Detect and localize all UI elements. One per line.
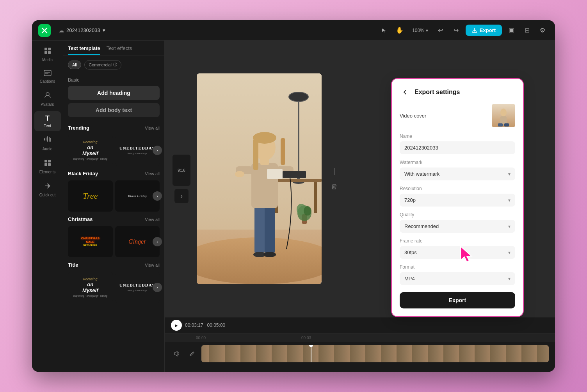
trash-icon xyxy=(331,184,337,190)
sidebar-item-label: Audio xyxy=(43,147,53,151)
svg-rect-22 xyxy=(254,206,265,253)
canvas-background xyxy=(197,73,322,284)
play-button[interactable]: ▶ xyxy=(171,320,182,331)
title-more-button[interactable]: › xyxy=(153,283,162,292)
blackfriday-more-button[interactable]: › xyxy=(153,191,162,201)
video-cover-label: Video cover xyxy=(400,113,426,119)
quality-label: Quality xyxy=(400,212,515,217)
settings-button[interactable]: ⚙ xyxy=(536,24,549,37)
layers-button[interactable]: ▣ xyxy=(505,24,518,37)
trending-label: Trending xyxy=(68,125,89,131)
watermark-label: Watermark xyxy=(400,160,515,165)
current-time: 00:03:17 | 00:05:00 xyxy=(185,323,225,328)
christmas-template-grid: CHRISTMAS SALE NEW OFFER Ginger › xyxy=(68,226,160,257)
video-cover-section: Video cover xyxy=(400,104,515,127)
aspect-panel: 9:16 ♪ xyxy=(173,155,190,203)
hand-tool-button[interactable]: ✋ xyxy=(393,24,406,37)
sidebar-item-captions[interactable]: Captions xyxy=(34,67,61,87)
sidebar-item-avatars[interactable]: Avatars xyxy=(34,88,61,110)
timeline-track-area: 00:00 00:03 xyxy=(165,333,555,372)
total-time-value: 00:05:00 xyxy=(207,323,226,328)
christmas-view-all-button[interactable]: View all xyxy=(145,217,160,222)
export-button[interactable]: Export xyxy=(466,25,502,36)
chevron-down-icon: ▾ xyxy=(426,28,428,33)
aspect-card-916[interactable]: 9:16 xyxy=(173,155,190,186)
quality-select[interactable]: Recommended High Low xyxy=(400,220,515,233)
timeline-top: ▶ 00:03:17 | 00:05:00 xyxy=(165,317,555,333)
trending-section-header: Trending View all xyxy=(68,125,160,131)
avatars-icon xyxy=(44,91,52,101)
tab-text-effects[interactable]: Text effects xyxy=(107,45,132,55)
playhead-circle xyxy=(309,345,313,347)
sidebar-item-quickcut[interactable]: Quick cut xyxy=(34,179,61,200)
edit-track-button[interactable] xyxy=(186,347,198,360)
canvas-right-controls: | xyxy=(328,165,340,193)
file-name-label: 202412302033 xyxy=(66,27,100,33)
sidebar-item-media[interactable]: Media xyxy=(34,44,61,65)
template-card-christmas[interactable]: CHRISTMAS SALE NEW OFFER xyxy=(68,226,113,257)
redo-button[interactable]: ↪ xyxy=(450,24,462,37)
export-submit-button[interactable]: Export xyxy=(400,292,515,308)
name-input[interactable] xyxy=(400,141,515,154)
framerate-label: Frame rate xyxy=(400,238,515,244)
pointer-tool-button[interactable] xyxy=(378,24,390,37)
watermark-select-wrapper: With watermark Without watermark ▾ xyxy=(400,167,515,180)
media-icon xyxy=(44,47,52,57)
template-card-tree[interactable]: Tree xyxy=(68,180,113,212)
volume-button[interactable] xyxy=(171,347,183,360)
format-select[interactable]: MP4 MOV GIF xyxy=(400,272,515,285)
text-panel: Text template Text effects All Commercia… xyxy=(63,41,165,372)
undo-button[interactable]: ↩ xyxy=(434,24,447,37)
resolution-label: Resolution xyxy=(400,186,515,191)
video-track-strip[interactable] xyxy=(201,345,549,362)
template-card-focusing[interactable]: Focusing on Myself exploring · shopping … xyxy=(68,135,113,166)
playhead[interactable] xyxy=(311,345,311,362)
sidebar-item-label: Avatars xyxy=(41,102,54,107)
filter-commercial-button[interactable]: Commercial ⓘ xyxy=(84,60,121,69)
svg-rect-2 xyxy=(44,51,47,54)
track-controls xyxy=(171,347,198,360)
filter-all-button[interactable]: All xyxy=(68,61,81,69)
svg-rect-45 xyxy=(500,116,507,124)
add-body-button[interactable]: Add body text xyxy=(68,103,160,117)
title-section-header: Title View all xyxy=(68,262,160,268)
video-canvas xyxy=(197,73,322,284)
christmas-more-button[interactable]: › xyxy=(153,237,162,246)
tab-text-template[interactable]: Text template xyxy=(68,45,100,55)
svg-rect-8 xyxy=(44,160,47,162)
christmas-label: Christmas xyxy=(68,216,93,222)
sidebar-item-label: Quick cut xyxy=(39,193,56,197)
panel-scroll[interactable]: Basic Add heading Add body text Trending… xyxy=(63,74,164,372)
delete-element-button[interactable] xyxy=(328,180,340,193)
svg-rect-4 xyxy=(44,70,51,76)
resolution-select[interactable]: 480p 720p 1080p xyxy=(400,194,515,207)
title-view-all-button[interactable]: View all xyxy=(145,263,160,267)
zoom-button[interactable]: 100% ▾ xyxy=(409,26,431,35)
watermark-select[interactable]: With watermark Without watermark xyxy=(400,167,515,180)
svg-rect-10 xyxy=(44,163,47,166)
svg-point-42 xyxy=(304,206,311,216)
quality-field: Quality Recommended High Low ▾ xyxy=(400,212,515,233)
trending-more-button[interactable]: › xyxy=(153,146,162,155)
title-label: Title xyxy=(68,262,78,268)
export-panel-title: Export settings xyxy=(414,89,460,96)
export-back-button[interactable] xyxy=(400,87,411,98)
name-field: Name xyxy=(400,134,515,154)
video-cover-thumbnail[interactable] xyxy=(492,104,515,127)
sidebar-item-text[interactable]: T Text xyxy=(34,111,61,131)
export-panel-header: Export settings xyxy=(400,87,515,98)
blackfriday-view-all-button[interactable]: View all xyxy=(145,171,160,176)
text-cursor-button[interactable]: | xyxy=(328,165,340,177)
file-name-button[interactable]: ☁ 202412302033 ▾ xyxy=(55,26,109,35)
sidebar-item-audio[interactable]: Audio xyxy=(34,133,61,154)
cover-thumb-image xyxy=(492,104,515,127)
add-heading-button[interactable]: Add heading xyxy=(68,86,160,100)
trending-view-all-button[interactable]: View all xyxy=(145,126,160,130)
name-label: Name xyxy=(400,134,515,139)
captions-icon xyxy=(44,70,52,78)
tiktok-icon-button[interactable]: ♪ xyxy=(174,189,189,203)
sidebar-item-elements[interactable]: Elements xyxy=(34,156,61,177)
template-card-title-focusing[interactable]: Focusing on Myself exploring · shopping … xyxy=(68,272,113,303)
split-button[interactable]: ⊟ xyxy=(521,24,533,37)
format-select-wrapper: MP4 MOV GIF ▾ xyxy=(400,272,515,285)
